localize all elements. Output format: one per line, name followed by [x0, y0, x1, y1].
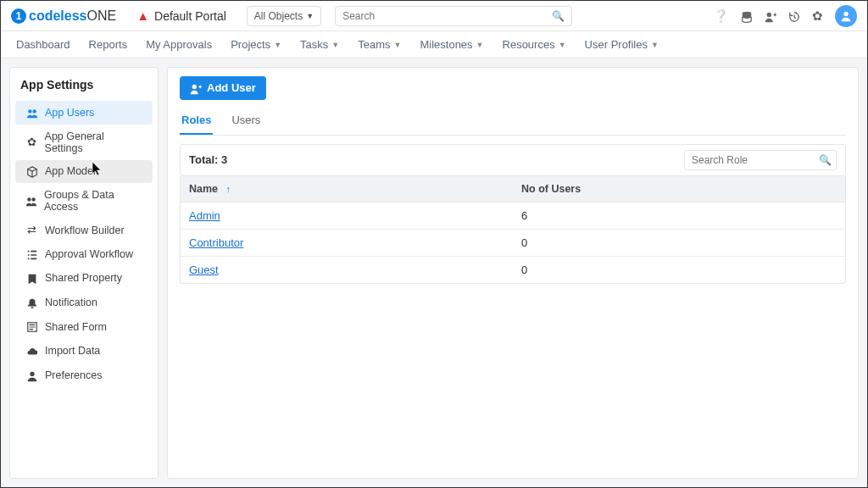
sidebar-item-approval-workflow[interactable]: Approval Workflow	[15, 242, 153, 266]
global-search[interactable]: 🔍	[335, 6, 572, 26]
top-icons: ❔ ✿	[713, 5, 857, 27]
role-user-count: 0	[513, 230, 845, 256]
logo-text-one: ONE	[86, 8, 116, 24]
help-icon[interactable]: ❔	[713, 8, 729, 24]
table-row: Contributor0	[181, 230, 845, 257]
role-user-count: 6	[513, 202, 845, 229]
global-search-input[interactable]	[342, 10, 552, 22]
search-role[interactable]: 🔍	[684, 150, 837, 170]
portal-selector[interactable]: ▲ Default Portal	[136, 8, 226, 23]
table-row: Admin6	[181, 202, 845, 230]
column-name[interactable]: Name ↑	[181, 176, 513, 202]
portal-title: Default Portal	[154, 9, 226, 23]
chevron-down-icon: ▼	[331, 41, 339, 49]
role-link[interactable]: Admin	[189, 209, 220, 222]
sidebar-item-groups-data-access[interactable]: Groups & Data Access	[15, 184, 153, 218]
sidebar-item-app-general-settings[interactable]: ✿App General Settings	[15, 125, 153, 159]
sidebar-item-shared-form[interactable]: Shared Form	[15, 315, 153, 339]
sidebar-item-label: Groups & Data Access	[44, 189, 142, 213]
logo-text-codeless: codeless	[29, 8, 86, 24]
role-user-count: 0	[513, 257, 845, 283]
table-header: Name ↑ No of Users	[181, 176, 845, 202]
sidebar-item-app-users[interactable]: App Users	[15, 101, 153, 125]
nav-item-teams[interactable]: Teams▼	[358, 38, 401, 51]
history-icon[interactable]	[788, 8, 800, 23]
search-role-input[interactable]	[692, 154, 819, 166]
content-body: App Settings App Users✿App General Setti…	[1, 58, 867, 487]
object-selector-label: All Objects	[254, 10, 303, 22]
user-plus-icon	[190, 81, 202, 95]
person-icon	[25, 369, 38, 382]
logo-mark-icon: 1	[11, 8, 26, 24]
bell-icon	[25, 296, 38, 309]
chevron-down-icon: ▼	[476, 41, 484, 49]
roles-table: Name ↑ No of Users Admin6Contributor0Gue…	[180, 176, 846, 284]
group-icon	[25, 194, 37, 208]
role-link[interactable]: Contributor	[189, 236, 243, 249]
sidebar-item-label: App Model	[45, 165, 96, 177]
sidebar: App Settings App Users✿App General Setti…	[9, 67, 159, 479]
sidebar-item-label: Approval Workflow	[45, 248, 133, 260]
user-plus-icon[interactable]	[765, 8, 776, 23]
total-label: Total: 3	[189, 153, 227, 166]
sidebar-item-label: Shared Property	[45, 272, 122, 284]
svg-point-4	[32, 109, 36, 113]
tabs: RolesUsers	[180, 108, 846, 136]
sidebar-item-preferences[interactable]: Preferences	[15, 363, 153, 387]
svg-point-1	[767, 13, 771, 17]
chevron-down-icon: ▼	[651, 41, 659, 49]
role-link[interactable]: Guest	[189, 263, 219, 276]
object-selector[interactable]: All Objects ▼	[247, 6, 321, 26]
tab-users[interactable]: Users	[230, 108, 262, 135]
nav-item-dashboard[interactable]: Dashboard	[16, 38, 70, 51]
sidebar-item-label: Notification	[45, 297, 97, 308]
nav-item-projects[interactable]: Projects▼	[231, 38, 281, 51]
nav-item-reports[interactable]: Reports	[89, 38, 128, 51]
total-row: Total: 3 🔍	[180, 144, 846, 176]
sidebar-item-app-model[interactable]: App Model	[15, 160, 153, 184]
svg-point-6	[31, 197, 35, 201]
sidebar-item-label: App Users	[45, 107, 94, 119]
svg-point-5	[27, 197, 31, 201]
sidebar-item-notification[interactable]: Notification	[15, 291, 153, 314]
chevron-down-icon: ▼	[274, 41, 281, 49]
nav-item-user-profiles[interactable]: User Profiles▼	[585, 38, 659, 51]
settings-icon[interactable]: ✿	[812, 8, 823, 24]
nav-item-tasks[interactable]: Tasks▼	[300, 38, 339, 51]
avatar[interactable]	[835, 5, 857, 27]
sidebar-item-label: Workflow Builder	[45, 225, 125, 236]
svg-point-2	[843, 11, 848, 15]
cube-icon	[25, 165, 38, 179]
search-icon: 🔍	[552, 10, 565, 22]
sidebar-item-import-data[interactable]: Import Data	[15, 339, 153, 363]
svg-point-3	[28, 109, 31, 113]
tab-roles[interactable]: Roles	[180, 108, 213, 135]
main-panel: Add User RolesUsers Total: 3 🔍 Name ↑ No…	[167, 67, 859, 479]
svg-point-8	[30, 371, 34, 375]
column-users[interactable]: No of Users	[513, 176, 845, 202]
table-row: Guest0	[181, 257, 845, 283]
sidebar-item-shared-property[interactable]: Shared Property	[15, 267, 153, 291]
sort-asc-icon: ↑	[226, 184, 231, 194]
nav-item-milestones[interactable]: Milestones▼	[420, 38, 483, 51]
main-navbar: DashboardReportsMy ApprovalsProjects▼Tas…	[1, 31, 867, 58]
form-icon	[25, 320, 38, 334]
gear-icon: ✿	[25, 136, 38, 148]
database-icon[interactable]	[741, 8, 753, 23]
search-icon: 🔍	[819, 154, 832, 166]
logo[interactable]: 1 codelessONE	[11, 8, 116, 24]
list-icon	[25, 247, 38, 261]
users-icon	[25, 106, 38, 119]
nav-item-my-approvals[interactable]: My Approvals	[146, 38, 212, 51]
sidebar-item-workflow-builder[interactable]: ⇄Workflow Builder	[15, 219, 153, 241]
cloud-icon	[25, 344, 38, 358]
sidebar-item-label: Preferences	[45, 369, 102, 381]
topbar: 1 codelessONE ▲ Default Portal All Objec…	[1, 1, 867, 31]
svg-point-9	[192, 84, 197, 88]
bookmark-icon	[25, 272, 38, 286]
chevron-down-icon: ▼	[559, 41, 566, 49]
add-user-button[interactable]: Add User	[180, 76, 266, 100]
sidebar-item-label: App General Settings	[45, 130, 142, 154]
nav-item-resources[interactable]: Resources▼	[503, 38, 566, 51]
swap-icon: ⇄	[25, 224, 38, 236]
